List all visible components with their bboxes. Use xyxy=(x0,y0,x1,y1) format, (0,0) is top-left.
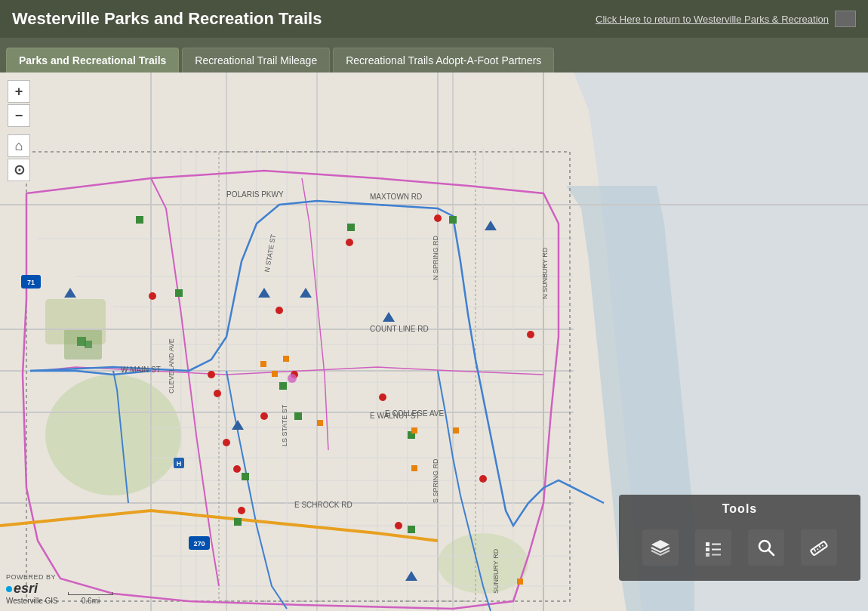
svg-point-82 xyxy=(149,292,156,300)
svg-text:CLEVELAND AVE: CLEVELAND AVE xyxy=(168,338,175,393)
svg-rect-67 xyxy=(347,224,355,231)
esri-branding: POWERED BY esri Westerville GIS xyxy=(6,573,58,605)
svg-text:MAXTOWN RD: MAXTOWN RD xyxy=(370,193,422,201)
svg-point-68 xyxy=(275,307,283,314)
tools-icons xyxy=(619,523,860,572)
svg-rect-104 xyxy=(706,548,709,551)
svg-rect-64 xyxy=(234,518,242,526)
svg-text:W MAIN ST: W MAIN ST xyxy=(121,366,161,374)
app-header: Westerville Parks and Recreation Trails … xyxy=(0,0,868,38)
svg-rect-66 xyxy=(449,216,457,224)
svg-point-72 xyxy=(214,390,221,397)
esri-wordmark: esri xyxy=(14,581,38,597)
search-button[interactable] xyxy=(748,529,784,566)
home-button[interactable]: ⌂ xyxy=(8,134,30,157)
zoom-in-button[interactable]: + xyxy=(8,80,30,103)
svg-rect-97 xyxy=(517,579,523,585)
measure-icon xyxy=(808,537,830,558)
esri-logo: esri xyxy=(6,581,58,597)
esri-dot xyxy=(6,586,12,592)
svg-point-98 xyxy=(288,374,297,383)
scale-line xyxy=(68,592,113,595)
svg-point-79 xyxy=(479,475,487,483)
svg-point-1 xyxy=(45,375,181,495)
tab-bar: Parks and Recreational Trails Recreation… xyxy=(0,38,868,73)
svg-rect-95 xyxy=(411,465,417,471)
svg-rect-110 xyxy=(811,541,828,555)
svg-text:N SPRING RD: N SPRING RD xyxy=(432,235,439,280)
tab-adopt-a-foot[interactable]: Recreational Trails Adopt-A-Foot Partner… xyxy=(333,48,554,73)
svg-rect-63 xyxy=(408,526,415,533)
svg-rect-65 xyxy=(136,216,143,224)
return-link-text: Click Here to return to Westerville Park… xyxy=(596,14,829,25)
app-title: Westerville Parks and Recreation Trails xyxy=(12,9,322,29)
tab-trail-mileage[interactable]: Recreational Trail Mileage xyxy=(182,48,330,73)
svg-point-77 xyxy=(346,239,353,246)
powered-by-text: POWERED BY xyxy=(6,573,58,581)
svg-text:H: H xyxy=(177,460,182,468)
tools-panel: Tools xyxy=(619,495,860,581)
svg-point-78 xyxy=(527,331,534,338)
layers-icon xyxy=(650,537,671,558)
svg-line-109 xyxy=(768,550,774,555)
svg-point-70 xyxy=(379,393,386,401)
svg-point-75 xyxy=(238,507,245,514)
svg-point-80 xyxy=(395,522,402,529)
svg-rect-92 xyxy=(283,356,289,362)
legend-icon xyxy=(703,537,724,558)
svg-rect-62 xyxy=(242,473,249,480)
tools-title: Tools xyxy=(619,495,860,523)
scale-label: 0.6mi xyxy=(82,597,100,605)
scale-bar: 0.6mi xyxy=(68,592,113,605)
svg-rect-96 xyxy=(453,427,459,434)
svg-text:E SCHROCK RD: E SCHROCK RD xyxy=(294,501,352,509)
svg-point-69 xyxy=(434,214,442,222)
map-controls: + − ⌂ ⊙ xyxy=(8,80,30,181)
svg-rect-58 xyxy=(85,341,92,348)
svg-rect-106 xyxy=(706,553,709,557)
zoom-out-button[interactable]: − xyxy=(8,104,30,127)
svg-rect-93 xyxy=(317,420,323,426)
legend-button[interactable] xyxy=(695,529,731,566)
svg-line-112 xyxy=(817,548,818,550)
svg-line-114 xyxy=(822,545,823,547)
svg-text:POLARIS PKWY: POLARIS PKWY xyxy=(226,190,284,199)
svg-line-111 xyxy=(814,549,815,551)
svg-point-71 xyxy=(208,371,215,378)
svg-text:S SPRING RD: S SPRING RD xyxy=(432,458,439,503)
map-container[interactable]: POLARIS PKWY MAXTOWN RD N STATE ST N SPR… xyxy=(0,73,868,611)
svg-rect-91 xyxy=(272,371,278,377)
svg-point-81 xyxy=(260,412,268,420)
svg-text:COUNT LINE RD: COUNT LINE RD xyxy=(370,325,429,333)
location-button[interactable]: ⊙ xyxy=(8,159,30,181)
return-link[interactable]: Click Here to return to Westerville Park… xyxy=(596,11,856,27)
svg-rect-56 xyxy=(175,289,183,297)
search-icon xyxy=(756,537,777,558)
svg-rect-60 xyxy=(294,412,302,420)
svg-text:SUNBURY RD: SUNBURY RD xyxy=(492,548,500,594)
tab-parks-trails[interactable]: Parks and Recreational Trails xyxy=(6,48,179,73)
svg-rect-90 xyxy=(260,361,266,367)
layers-button[interactable] xyxy=(642,529,679,566)
svg-point-73 xyxy=(223,439,230,446)
svg-text:N SUNBURY RD: N SUNBURY RD xyxy=(541,247,549,299)
westerville-gis-label: Westerville GIS xyxy=(6,597,58,605)
svg-rect-94 xyxy=(411,427,417,434)
svg-line-113 xyxy=(819,545,820,548)
svg-rect-59 xyxy=(279,382,287,390)
measure-button[interactable] xyxy=(801,529,837,566)
svg-marker-101 xyxy=(651,540,669,549)
esri-icon xyxy=(835,11,856,27)
svg-point-74 xyxy=(233,465,241,473)
svg-text:270: 270 xyxy=(193,540,205,548)
svg-text:LS STATE ST: LS STATE ST xyxy=(281,404,288,446)
svg-text:71: 71 xyxy=(27,279,35,286)
svg-rect-102 xyxy=(706,542,709,546)
svg-text:E WALNUT ST: E WALNUT ST xyxy=(370,412,420,420)
